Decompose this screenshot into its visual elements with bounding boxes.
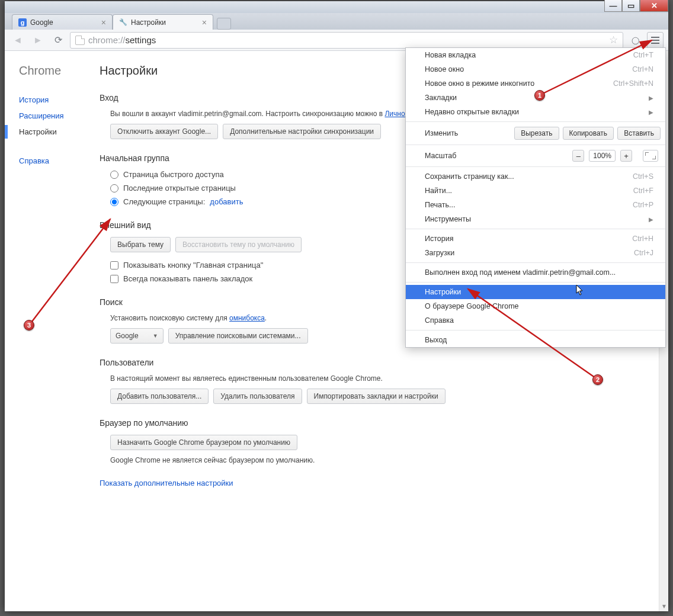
menu-label: Выход — [425, 336, 447, 344]
import-button[interactable]: Импортировать закладки и настройки — [307, 389, 446, 404]
tab-strip: g Google × 🔧 Настройки × — [5, 13, 668, 30]
menu-new-window[interactable]: Новое окноCtrl+N — [406, 62, 665, 76]
menu-print[interactable]: Печать...Ctrl+P — [406, 198, 665, 212]
show-advanced-link[interactable]: Показать дополнительные настройки — [100, 479, 656, 487]
menu-label: Недавно открытые вкладки — [425, 108, 519, 116]
menu-help[interactable]: Справка — [406, 313, 665, 328]
callout-badge-3: 3 — [24, 320, 34, 331]
show-home-button-checkbox[interactable] — [110, 261, 118, 270]
disconnect-account-button[interactable]: Отключить аккаунт Google... — [110, 124, 218, 139]
startup-radio-continue[interactable] — [110, 184, 118, 192]
settings-sidebar: Chrome История Расширения Настройки Спра… — [5, 51, 100, 611]
bookmark-star-icon[interactable]: ☆ — [609, 34, 618, 46]
tab-google[interactable]: g Google × — [12, 14, 113, 30]
menu-label: Новое окно — [425, 65, 464, 73]
menu-find[interactable]: Найти...Ctrl+F — [406, 184, 665, 198]
tab-label: Google — [30, 18, 53, 27]
new-tab-button[interactable] — [217, 18, 231, 30]
chevron-right-icon: ▶ — [649, 109, 653, 116]
add-user-button[interactable]: Добавить пользователя... — [110, 389, 209, 404]
back-button[interactable]: ◄ — [9, 32, 26, 49]
close-window-button[interactable]: ✕ — [640, 0, 668, 12]
zoom-in-button[interactable]: + — [620, 150, 632, 162]
menu-history[interactable]: ИсторияCtrl+H — [406, 232, 665, 246]
sidebar-item-help[interactable]: Справка — [19, 153, 100, 169]
callout-badge-2: 2 — [592, 374, 603, 385]
menu-label: Загрузки — [425, 249, 454, 257]
paste-button[interactable]: Вставить — [617, 127, 661, 140]
minimize-button[interactable]: — — [604, 0, 622, 12]
menu-label: О браузере Google Chrome — [425, 302, 519, 310]
login-text: Вы вошли в аккаунт vladimir.petrin@gmail… — [110, 110, 384, 118]
menu-settings[interactable]: Настройки — [406, 285, 665, 299]
delete-user-button[interactable]: Удалить пользователя — [213, 389, 302, 404]
menu-incognito[interactable]: Новое окно в режиме инкогнитоCtrl+Shift+… — [406, 76, 665, 91]
close-tab-icon[interactable]: × — [202, 18, 207, 27]
reload-button[interactable]: ⟳ — [50, 32, 66, 49]
startup-radio-pages[interactable] — [110, 198, 118, 206]
main-menu-button[interactable] — [647, 32, 664, 49]
menu-label: История — [425, 235, 453, 243]
menu-edit-row: Изменить Вырезать Копировать Вставить — [406, 124, 665, 142]
cut-button[interactable]: Вырезать — [514, 127, 559, 140]
sidebar-item-settings[interactable]: Настройки — [19, 124, 100, 140]
menu-label: Новая вкладка — [425, 51, 476, 59]
copy-button[interactable]: Копировать — [563, 127, 614, 140]
checkbox-label: Всегда показывать панель закладок — [123, 274, 252, 283]
search-text: Установить поисковую систему для — [110, 314, 229, 322]
shortcut: Ctrl+P — [633, 201, 653, 209]
section-users: Пользователи В настоящий момент вы являе… — [100, 358, 656, 404]
forward-button[interactable]: ► — [30, 32, 46, 49]
show-bookmarks-bar-checkbox[interactable] — [110, 275, 118, 283]
manage-search-engines-button[interactable]: Управление поисковыми системами... — [168, 328, 308, 344]
radio-label: Следующие страницы: — [123, 197, 205, 206]
search-engine-select[interactable]: Google▼ — [110, 328, 164, 344]
omnibox[interactable]: chrome://settings ☆ — [70, 32, 623, 49]
menu-recent-tabs[interactable]: Недавно открытые вкладки▶ — [406, 105, 665, 119]
fullscreen-button[interactable] — [643, 150, 658, 162]
zoom-out-button[interactable]: – — [572, 150, 584, 162]
section-title: Пользователи — [100, 358, 656, 367]
shortcut: Ctrl+S — [633, 172, 653, 181]
startup-radio-newtab[interactable] — [110, 171, 118, 179]
choose-theme-button[interactable]: Выбрать тему — [110, 237, 171, 252]
menu-zoom-row: Масштаб – 100% + — [406, 147, 665, 164]
edit-label: Изменить — [425, 129, 458, 137]
shortcut: Ctrl+T — [633, 51, 653, 59]
menu-new-tab[interactable]: Новая вкладкаCtrl+T — [406, 48, 665, 62]
section-title: Браузер по умолчанию — [100, 418, 656, 428]
sidebar-item-history[interactable]: История — [19, 92, 100, 108]
wrench-icon: 🔧 — [119, 18, 127, 27]
maximize-button[interactable]: ▭ — [622, 0, 640, 12]
tab-label: Настройки — [131, 18, 166, 27]
menu-downloads[interactable]: ЗагрузкиCtrl+J — [406, 246, 665, 260]
shortcut: Ctrl+F — [633, 187, 653, 195]
menu-tools[interactable]: Инструменты▶ — [406, 212, 665, 226]
select-value: Google — [116, 332, 139, 340]
chevron-down-icon: ▼ — [153, 333, 158, 339]
menu-signed-in[interactable]: Выполнен вход под именем vladimir.petrin… — [406, 265, 665, 280]
add-pages-link[interactable]: добавить — [210, 197, 243, 206]
close-tab-icon[interactable]: × — [101, 18, 106, 27]
extension-icon[interactable]: ◯ — [627, 32, 643, 49]
shortcut: Ctrl+H — [632, 235, 653, 243]
menu-label: Настройки — [425, 288, 461, 296]
menu-separator — [406, 262, 665, 263]
menu-label: Инструменты — [425, 215, 471, 223]
menu-save-as[interactable]: Сохранить страницу как...Ctrl+S — [406, 169, 665, 184]
google-favicon-icon: g — [18, 18, 27, 27]
sidebar-item-extensions[interactable]: Расширения — [19, 108, 100, 124]
menu-exit[interactable]: Выход — [406, 333, 665, 347]
menu-about[interactable]: О браузере Google Chrome — [406, 299, 665, 313]
menu-separator — [406, 145, 665, 145]
radio-label: Последние открытые страницы — [123, 184, 236, 192]
tab-settings[interactable]: 🔧 Настройки × — [113, 14, 213, 30]
scroll-down-icon[interactable]: ▼ — [659, 601, 668, 611]
menu-label: Выполнен вход под именем vladimir.petrin… — [425, 268, 616, 277]
sync-settings-button[interactable]: Дополнительные настройки синхронизации — [223, 124, 381, 139]
section-default-browser: Браузер по умолчанию Назначить Google Ch… — [100, 418, 656, 464]
url-path: settings — [126, 35, 156, 45]
omnibox-link[interactable]: омнибокса — [229, 314, 265, 322]
menu-label: Закладки — [425, 94, 457, 102]
set-default-browser-button[interactable]: Назначить Google Chrome браузером по умо… — [110, 435, 297, 450]
